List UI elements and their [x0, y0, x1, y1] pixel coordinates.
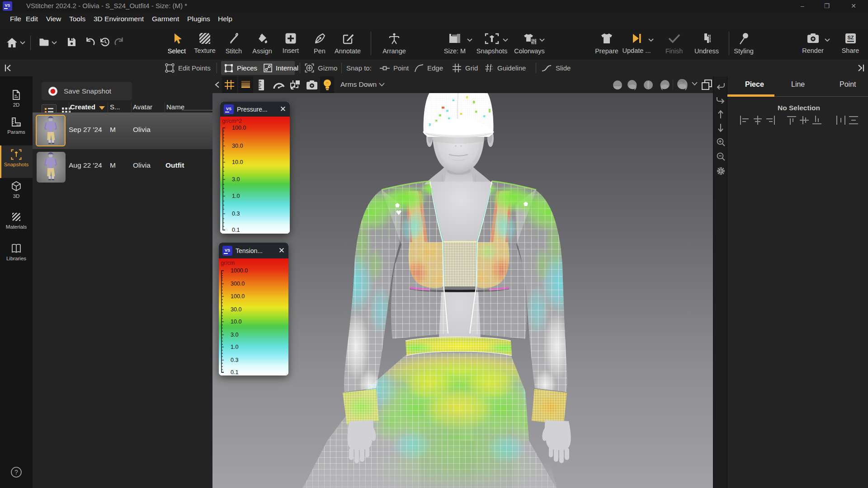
svg-text:?: ?	[14, 469, 18, 476]
svg-text:SZ: SZ	[847, 35, 854, 40]
